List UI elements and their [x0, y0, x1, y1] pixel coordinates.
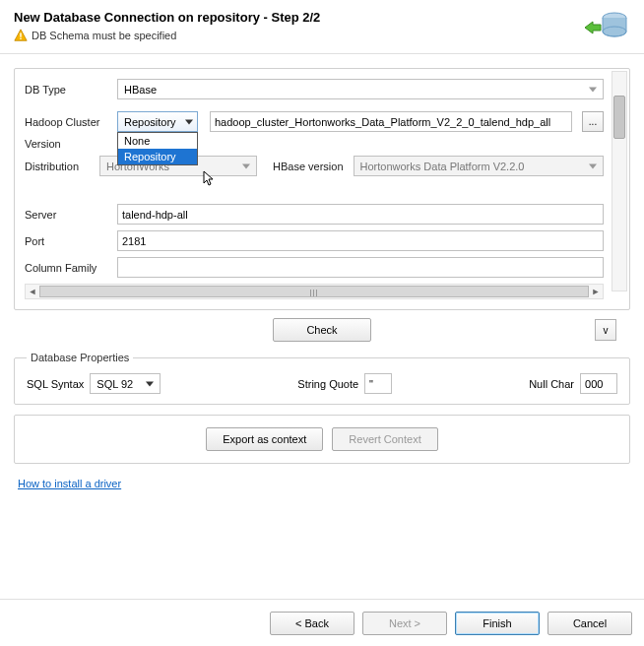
- version-label: Version: [25, 138, 76, 150]
- dropdown-option-none[interactable]: None: [118, 133, 197, 149]
- db-type-value: HBase: [124, 84, 157, 96]
- horizontal-scrollbar[interactable]: ◄ ||| ►: [25, 284, 604, 299]
- db-type-label: DB Type: [25, 84, 111, 96]
- scroll-track[interactable]: |||: [39, 285, 589, 298]
- page-title: New Database Connection on repository - …: [14, 10, 583, 25]
- database-icon: [583, 10, 630, 45]
- hbase-version-label: HBase version: [273, 161, 344, 172]
- next-button: Next >: [362, 612, 447, 635]
- sql-syntax-value: SQL 92: [97, 378, 133, 390]
- port-input[interactable]: [117, 230, 604, 251]
- database-properties-panel: Database Properties SQL Syntax SQL 92 St…: [14, 352, 630, 405]
- warning-text: DB Schema must be specified: [32, 30, 176, 41]
- hbase-version-select: Hortonworks Data Platform V2.2.0: [354, 156, 604, 176]
- cluster-path-input[interactable]: [210, 111, 572, 132]
- dropdown-option-repository[interactable]: Repository: [118, 149, 197, 164]
- string-quote-input[interactable]: [364, 373, 392, 394]
- server-label: Server: [25, 209, 111, 221]
- scroll-thumb[interactable]: |||: [39, 286, 589, 297]
- vertical-scrollbar[interactable]: [612, 71, 627, 291]
- hadoop-cluster-label: Hadoop Cluster: [25, 116, 111, 128]
- sql-syntax-label: SQL Syntax: [27, 378, 84, 390]
- context-panel: Export as context Revert Context: [14, 415, 630, 464]
- chevron-down-icon: [185, 119, 193, 124]
- expand-button[interactable]: v: [595, 319, 616, 341]
- scroll-right-arrow[interactable]: ►: [589, 287, 603, 296]
- hbase-version-value: Hortonworks Data Platform V2.2.0: [360, 161, 525, 172]
- hadoop-cluster-dropdown-menu: None Repository: [117, 132, 198, 165]
- cancel-button[interactable]: Cancel: [547, 612, 632, 635]
- column-family-label: Column Family: [25, 262, 111, 274]
- db-props-legend: Database Properties: [27, 352, 133, 363]
- wizard-footer: < Back Next > Finish Cancel: [0, 599, 644, 646]
- svg-rect-2: [20, 38, 21, 39]
- server-input[interactable]: [117, 204, 604, 225]
- svg-rect-1: [20, 32, 21, 36]
- export-context-button[interactable]: Export as context: [206, 427, 323, 451]
- wizard-header: New Database Connection on repository - …: [0, 0, 644, 54]
- install-driver-link[interactable]: How to install a driver: [18, 478, 121, 489]
- column-family-input[interactable]: [117, 257, 604, 278]
- connection-settings-panel: DB Type HBase Hadoop Cluster Repository …: [14, 68, 630, 310]
- back-button[interactable]: < Back: [270, 612, 354, 635]
- warning-row: DB Schema must be specified: [14, 29, 583, 42]
- warning-icon: [14, 29, 28, 42]
- null-char-label: Null Char: [529, 378, 574, 390]
- scroll-left-arrow[interactable]: ◄: [26, 287, 39, 296]
- finish-button[interactable]: Finish: [455, 612, 540, 635]
- chevron-down-icon: [242, 163, 250, 168]
- revert-context-button: Revert Context: [332, 427, 437, 451]
- chevron-down-icon: [146, 381, 154, 386]
- db-type-select[interactable]: HBase: [117, 79, 604, 99]
- distribution-label: Distribution: [25, 161, 94, 172]
- string-quote-label: String Quote: [297, 378, 358, 390]
- chevron-down-icon: [589, 163, 597, 168]
- hadoop-cluster-value: Repository: [124, 116, 176, 128]
- port-label: Port: [25, 235, 111, 247]
- hadoop-cluster-select[interactable]: Repository None Repository: [117, 111, 198, 132]
- null-char-input[interactable]: [580, 373, 617, 394]
- check-button[interactable]: Check: [273, 318, 371, 342]
- browse-button[interactable]: ...: [582, 111, 604, 132]
- v-scroll-thumb[interactable]: [613, 96, 625, 139]
- chevron-down-icon: [589, 87, 597, 92]
- sql-syntax-select[interactable]: SQL 92: [90, 373, 161, 394]
